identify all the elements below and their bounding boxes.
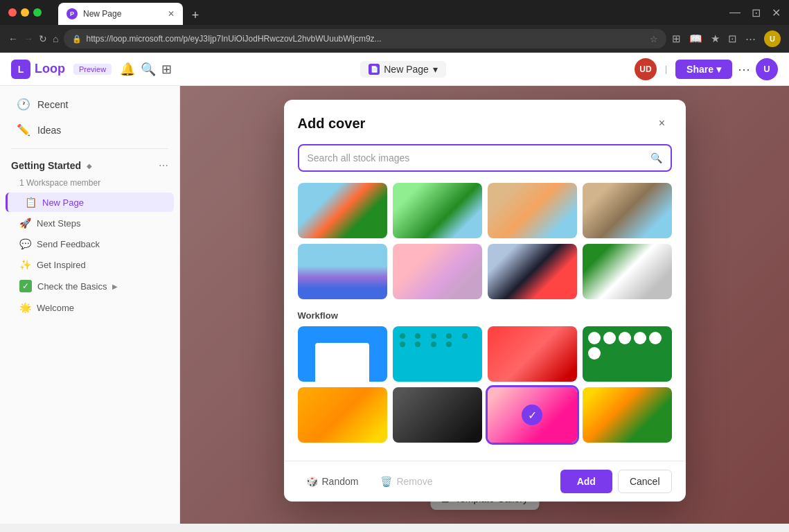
minimize-window-btn[interactable] xyxy=(21,8,29,17)
recent-icon: 🕐 xyxy=(17,98,30,111)
add-label: Add xyxy=(577,476,596,487)
share-label: Share xyxy=(686,64,713,75)
image-item-10[interactable] xyxy=(393,326,482,382)
sidebar-item-next-steps[interactable]: 🚀 Next Steps xyxy=(6,213,174,233)
sidebar-item-check-basics[interactable]: ✓ Check the Basics ▶ xyxy=(6,276,174,296)
remove-button[interactable]: 🗑️ Remove xyxy=(372,472,441,491)
image-item-4[interactable] xyxy=(583,183,672,238)
address-bar[interactable]: 🔒 https://loop.microsoft.com/p/eyJ3Ijp7I… xyxy=(64,29,666,48)
sidebar-ideas-label: Ideas xyxy=(37,125,61,136)
reading-icon[interactable]: 📖 xyxy=(689,33,702,45)
layout-icon[interactable]: ⊞ xyxy=(161,62,172,77)
modal-content: Workflow xyxy=(284,183,686,461)
sidebar-item-get-inspired[interactable]: ✨ Get Inspired xyxy=(6,255,174,274)
top-image-grid xyxy=(298,183,672,299)
browser-user-avatar[interactable]: U xyxy=(764,30,781,47)
check-icon: ✓ xyxy=(19,280,32,292)
home-button[interactable]: ⌂ xyxy=(53,33,58,44)
random-button[interactable]: 🎲 Random xyxy=(298,472,367,491)
image-item-16[interactable] xyxy=(583,387,672,443)
modal-header: Add cover × xyxy=(284,100,686,144)
sidebar-item-ideas[interactable]: ✏️ Ideas xyxy=(6,118,174,142)
image-item-13[interactable] xyxy=(298,387,387,443)
share-chevron: ▾ xyxy=(716,64,721,75)
search-input[interactable] xyxy=(308,145,645,170)
image-item-3[interactable] xyxy=(488,183,577,238)
search-wrapper: 🔍 xyxy=(298,144,672,172)
next-steps-icon: 🚀 xyxy=(19,218,31,229)
image-item-9[interactable] xyxy=(298,326,387,382)
image-item-14[interactable] xyxy=(393,387,482,443)
modal-close-button[interactable]: × xyxy=(653,114,672,133)
inspired-icon: ✨ xyxy=(19,259,31,270)
notifications-icon[interactable]: 🔔 xyxy=(120,62,135,77)
back-button[interactable]: ← xyxy=(8,33,18,44)
workspace-name: Getting Started xyxy=(11,160,81,171)
modal-search: 🔍 xyxy=(284,144,686,183)
image-item-7[interactable] xyxy=(488,244,577,299)
logo-text: Loop xyxy=(35,62,65,76)
image-item-12[interactable] xyxy=(583,326,672,382)
workspace-avatar[interactable]: UD xyxy=(635,58,657,80)
sidebar-divider xyxy=(11,148,168,149)
add-button[interactable]: Add xyxy=(560,470,612,493)
tab-favicon: P xyxy=(67,8,78,19)
restore-icon[interactable]: ⊡ xyxy=(752,6,761,19)
refresh-button[interactable]: ↻ xyxy=(39,33,47,44)
trash-icon: 🗑️ xyxy=(380,476,392,487)
sidebar-item-send-feedback[interactable]: 💬 Send Feedback xyxy=(6,234,174,254)
page-tab-chevron: ▾ xyxy=(433,64,438,75)
remove-label: Remove xyxy=(396,476,432,487)
image-item-15[interactable]: ✓ xyxy=(488,387,577,443)
close-icon[interactable]: ✕ xyxy=(772,6,781,19)
star-icon[interactable]: ☆ xyxy=(650,34,658,44)
image-item-2[interactable] xyxy=(393,183,482,238)
browser-tab-active[interactable]: P New Page ✕ xyxy=(58,3,183,25)
cancel-button[interactable]: Cancel xyxy=(618,470,672,493)
share-button[interactable]: Share ▾ xyxy=(675,60,732,79)
forward-button[interactable]: → xyxy=(24,33,33,44)
workspace-member-count: 1 Workspace member xyxy=(0,177,179,192)
sidebar-item-welcome[interactable]: 🌟 Welcome xyxy=(6,298,174,317)
close-window-btn[interactable] xyxy=(8,8,17,17)
more-icon[interactable]: ⋯ xyxy=(738,62,750,77)
sidebar-item-new-page[interactable]: 📋 New Page xyxy=(6,193,174,212)
loop-icon: L xyxy=(11,60,30,79)
sidebar-item-recent[interactable]: 🕐 Recent xyxy=(6,92,174,116)
workspace-arrow: ◆ xyxy=(87,162,92,170)
check-basics-expand: ▶ xyxy=(112,283,118,290)
page-tab[interactable]: 📄 New Page ▾ xyxy=(360,61,446,78)
modal-overlay: Add cover × 🔍 xyxy=(180,86,789,524)
check-basics-label: Check the Basics xyxy=(37,281,107,292)
preview-badge: Preview xyxy=(73,64,112,75)
footer-right: Add Cancel xyxy=(560,470,672,493)
workflow-image-grid: ✓ xyxy=(298,326,672,443)
welcome-icon: 🌟 xyxy=(19,302,31,313)
random-icon: 🎲 xyxy=(306,476,318,487)
favorites-icon[interactable]: ★ xyxy=(711,33,720,45)
footer-left: 🎲 Random 🗑️ Remove xyxy=(298,472,441,491)
user-avatar[interactable]: U xyxy=(756,58,778,80)
modal-footer: 🎲 Random 🗑️ Remove Add xyxy=(284,461,686,502)
ideas-icon: ✏️ xyxy=(17,123,30,136)
close-icon: × xyxy=(659,117,665,130)
workspace-options-icon[interactable]: ⋯ xyxy=(159,160,168,171)
tab-close-icon[interactable]: ✕ xyxy=(168,9,175,19)
collections-icon[interactable]: ⊡ xyxy=(728,33,737,45)
browser-settings-icon[interactable]: ⋯ xyxy=(745,33,756,45)
new-tab-button[interactable]: + xyxy=(186,6,205,25)
image-item-8[interactable] xyxy=(583,244,672,299)
image-item-6[interactable] xyxy=(393,244,482,299)
image-item-1[interactable] xyxy=(298,183,387,238)
image-item-5[interactable] xyxy=(298,244,387,299)
workspace-header: Getting Started ◆ ⋯ xyxy=(0,154,179,177)
welcome-label: Welcome xyxy=(37,303,74,313)
image-item-11[interactable] xyxy=(488,326,577,382)
lock-icon: 🔒 xyxy=(72,35,82,44)
tab-title: New Page xyxy=(83,9,162,19)
search-icon[interactable]: 🔍 xyxy=(141,62,156,77)
extensions-icon[interactable]: ⊞ xyxy=(672,33,681,45)
next-steps-label: Next Steps xyxy=(37,218,81,229)
maximize-window-btn[interactable] xyxy=(33,8,42,17)
minimize-icon[interactable]: — xyxy=(729,6,741,19)
